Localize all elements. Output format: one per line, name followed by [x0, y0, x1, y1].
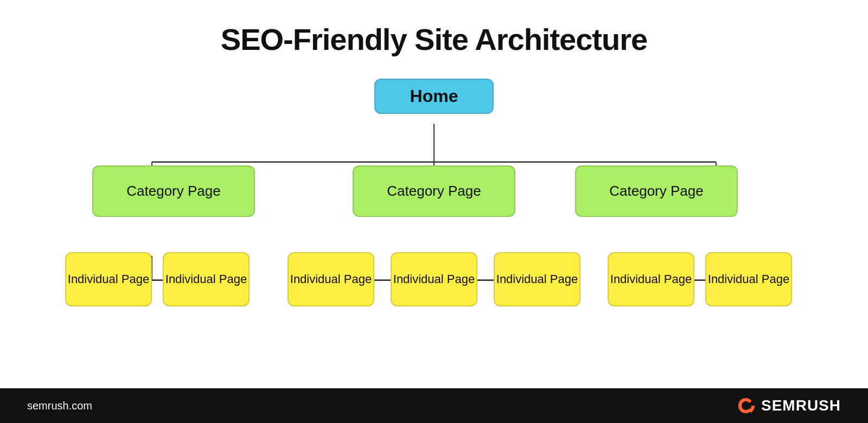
individual-node-1-2: Individual Page: [163, 252, 250, 306]
home-label: Home: [410, 86, 458, 106]
footer-brand-text: SEMRUSH: [761, 397, 841, 414]
category-1-label: Category Page: [126, 183, 220, 200]
individual-2-2-label: Individual Page: [393, 272, 475, 287]
category-3-label: Category Page: [609, 183, 703, 200]
individual-node-1-1: Individual Page: [65, 252, 152, 306]
individual-node-2-1: Individual Page: [288, 252, 374, 306]
category-node-2: Category Page: [353, 165, 515, 217]
individual-1-2-label: Individual Page: [165, 272, 247, 287]
individual-1-1-label: Individual Page: [68, 272, 149, 287]
page-title: SEO-Friendly Site Architecture: [221, 22, 647, 57]
footer: semrush.com SEMRUSH: [0, 388, 868, 423]
individual-node-2-3: Individual Page: [494, 252, 580, 306]
semrush-logo-icon: [736, 396, 756, 415]
category-2-label: Category Page: [387, 183, 481, 200]
individual-3-2-label: Individual Page: [708, 272, 789, 287]
category-node-3: Category Page: [575, 165, 738, 217]
individual-2-1-label: Individual Page: [290, 272, 372, 287]
main-content: SEO-Friendly Site Architecture: [0, 0, 868, 388]
category-node-1: Category Page: [92, 165, 255, 217]
individual-3-1-label: Individual Page: [610, 272, 692, 287]
home-node: Home: [374, 79, 494, 114]
individual-node-2-2: Individual Page: [391, 252, 477, 306]
individual-2-3-label: Individual Page: [496, 272, 578, 287]
individual-node-3-2: Individual Page: [705, 252, 792, 306]
footer-logo: SEMRUSH: [736, 396, 841, 415]
footer-domain: semrush.com: [27, 400, 92, 412]
diagram: Home Category Page Category Page Categor…: [33, 79, 835, 377]
nodes-layer: Home Category Page Category Page Categor…: [33, 79, 835, 377]
individual-node-3-1: Individual Page: [608, 252, 694, 306]
